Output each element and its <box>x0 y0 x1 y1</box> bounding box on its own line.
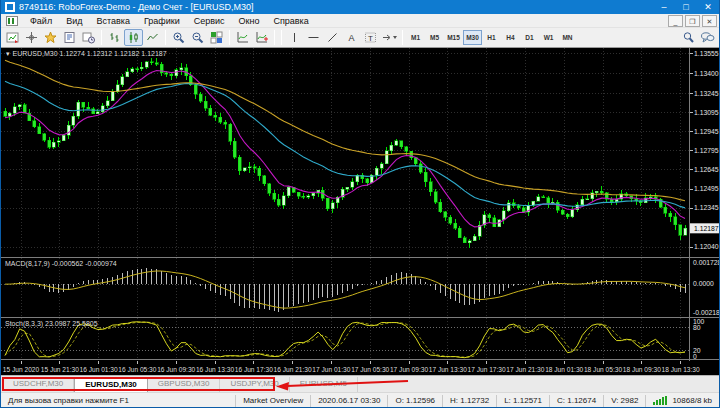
indicator-list-button[interactable] <box>252 29 271 46</box>
status-open: O: 1.12596 <box>387 395 442 407</box>
status-high: H: 1.12732 <box>442 395 496 407</box>
timeframe-m30[interactable]: M30 <box>463 30 482 45</box>
close-button[interactable]: ✕ <box>697 0 719 14</box>
menu-bar: Файл Вид Вставка Графики Сервис Окно Спр… <box>1 14 719 28</box>
status-connection: 10868/8 kb <box>645 395 719 407</box>
menu-insert[interactable]: Вставка <box>89 14 136 28</box>
svg-text:0.0000: 0.0000 <box>693 280 714 287</box>
stoch-indicator-label: Stoch(8,3,3) 23.0987 25.5805 <box>5 320 98 327</box>
chart-tab-bar: USDCHF,M30 EURUSD,M30 GBPUSD,M30 USDJPY,… <box>1 375 719 392</box>
svg-text:1.13095: 1.13095 <box>694 109 719 116</box>
timeframe-m15[interactable]: M15 <box>444 30 463 45</box>
child-minimize-button[interactable]: _ <box>668 15 683 27</box>
status-help-text: Для вызова справки нажмите F1 <box>1 395 235 407</box>
menu-tools[interactable]: Сервис <box>187 14 232 28</box>
svg-text:16 Jun 17:30: 16 Jun 17:30 <box>235 366 273 373</box>
terminal-window: 8749116: RoboForex-Demo - Демо Счет - [E… <box>0 0 720 408</box>
menu-charts[interactable]: Графики <box>137 14 187 28</box>
status-volume: V: 2982 <box>603 395 645 407</box>
tile-windows-icon[interactable] <box>207 29 226 46</box>
timeframe-w1[interactable]: W1 <box>539 30 558 45</box>
chevron-down-icon: ▾ <box>6 50 10 57</box>
crosshair-icon[interactable] <box>22 29 41 46</box>
svg-text:1.13555: 1.13555 <box>694 50 719 57</box>
minimize-button[interactable]: – <box>653 0 675 14</box>
candlestick-style-button[interactable] <box>124 29 143 46</box>
menu-window[interactable]: Окно <box>232 14 267 28</box>
svg-text:16 Jun 01:30: 16 Jun 01:30 <box>80 366 118 373</box>
status-close: C: 1.12674 <box>549 395 603 407</box>
svg-text:15 Jun 2020: 15 Jun 2020 <box>3 366 40 373</box>
tab-usdchf-m30[interactable]: USDCHF,M30 <box>3 377 74 392</box>
svg-text:16 Jun 13:30: 16 Jun 13:30 <box>196 366 234 373</box>
arrows-tool-button[interactable] <box>380 29 399 46</box>
svg-text:16 Jun 21:30: 16 Jun 21:30 <box>274 366 312 373</box>
svg-text:15 Jun 21:30: 15 Jun 21:30 <box>41 366 79 373</box>
tab-usdjpy-m30[interactable]: USDJPY,M30 <box>220 377 289 392</box>
indicators-button[interactable] <box>233 29 252 46</box>
new-order-button[interactable] <box>60 29 79 46</box>
tab-eurusd-m30[interactable]: EURUSD,M30 <box>74 377 148 392</box>
timeframe-h1[interactable]: H1 <box>482 30 501 45</box>
trendline-tool-button[interactable] <box>323 29 342 46</box>
svg-text:1.12495: 1.12495 <box>694 185 719 192</box>
timeframe-m1[interactable]: M1 <box>406 30 425 45</box>
svg-text:18 Jun 01:30: 18 Jun 01:30 <box>545 366 583 373</box>
child-close-button[interactable]: ✕ <box>702 15 717 27</box>
status-market-overview: Market Overview <box>235 395 310 407</box>
svg-text:1.12645: 1.12645 <box>694 166 719 173</box>
macd-indicator-label: MACD(8,17,9) -0.000562 -0.000974 <box>5 260 117 267</box>
line-chart-style-button[interactable] <box>143 29 162 46</box>
search-icon[interactable] <box>679 29 698 46</box>
svg-text:1.12945: 1.12945 <box>694 128 719 135</box>
text-tool-button[interactable]: A <box>342 29 361 46</box>
zoom-in-icon[interactable] <box>169 29 188 46</box>
chat-icon[interactable] <box>698 29 717 46</box>
toolbar: A T M1 M5 M15 M30 H1 H4 D1 W1 MN <box>1 28 719 48</box>
horizontal-line-tool-button[interactable] <box>304 29 323 46</box>
chart-area[interactable]: 1.135551.134001.132451.130951.129451.127… <box>1 48 720 375</box>
timeframe-h4[interactable]: H4 <box>501 30 520 45</box>
window-title: 8749116: RoboForex-Demo - Демо Счет - [E… <box>19 2 254 12</box>
text-label-tool-button[interactable]: T <box>361 29 380 46</box>
connection-bars-icon <box>653 396 668 405</box>
status-datetime: 2020.06.17 03:30 <box>310 395 387 407</box>
svg-text:1.12345: 1.12345 <box>694 204 719 211</box>
timeframe-mn[interactable]: MN <box>558 30 577 45</box>
maximize-button[interactable]: □ <box>675 0 697 14</box>
svg-text:18 Jun 05:30: 18 Jun 05:30 <box>584 366 622 373</box>
status-bar: Для вызова справки нажмите F1 Market Ove… <box>1 392 719 408</box>
menu-file[interactable]: Файл <box>23 14 59 28</box>
svg-text:0: 0 <box>693 353 697 360</box>
bar-chart-style-button[interactable] <box>105 29 124 46</box>
svg-text:-0.002183: -0.002183 <box>693 309 720 316</box>
tab-gbpusd-m30[interactable]: GBPUSD,M30 <box>148 377 221 392</box>
timeframe-d1[interactable]: D1 <box>520 30 539 45</box>
cursor-tool-button[interactable] <box>285 29 304 46</box>
price-chart-canvas[interactable]: 1.135551.134001.132451.130951.129451.127… <box>1 48 720 375</box>
svg-text:T: T <box>368 34 373 43</box>
app-icon <box>5 2 15 12</box>
svg-text:17 Jun 13:30: 17 Jun 13:30 <box>429 366 467 373</box>
svg-text:17 Jun 21:30: 17 Jun 21:30 <box>506 366 544 373</box>
svg-text:17 Jun 05:30: 17 Jun 05:30 <box>351 366 389 373</box>
chart-symbol-label: ▾EURUSD,M30 1.12274 1.12312 1.12182 1.12… <box>6 50 167 58</box>
new-chart-button[interactable] <box>3 29 22 46</box>
favorites-icon[interactable] <box>41 29 60 46</box>
svg-text:17 Jun 09:30: 17 Jun 09:30 <box>390 366 428 373</box>
menu-view[interactable]: Вид <box>59 14 89 28</box>
svg-text:80: 80 <box>693 324 701 331</box>
svg-text:1.13245: 1.13245 <box>694 90 719 97</box>
child-restore-button[interactable]: ❐ <box>685 15 700 27</box>
svg-text:1.12795: 1.12795 <box>694 147 719 154</box>
zoom-out-icon[interactable] <box>188 29 207 46</box>
title-bar: 8749116: RoboForex-Demo - Демо Счет - [E… <box>1 0 719 14</box>
tab-eurusd-m5[interactable]: EURUSD,M5 <box>290 377 358 392</box>
svg-text:0.001728: 0.001728 <box>693 259 720 266</box>
chart-window-icon[interactable] <box>6 16 18 26</box>
svg-text:1.13400: 1.13400 <box>694 70 719 77</box>
timeframe-m5[interactable]: M5 <box>425 30 444 45</box>
menu-help[interactable]: Справка <box>266 14 315 28</box>
history-center-icon[interactable] <box>79 29 98 46</box>
svg-text:16 Jun 09:30: 16 Jun 09:30 <box>157 366 195 373</box>
